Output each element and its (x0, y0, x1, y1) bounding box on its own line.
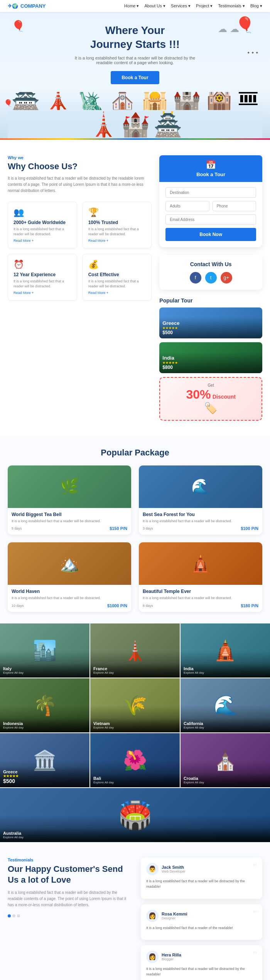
feature-card-3: 💰 Cost Effective It is a long establishe… (83, 254, 152, 301)
pkg-days-3: 8 days (143, 604, 153, 608)
gallery-label-greece: Greece (3, 769, 86, 774)
pkg-desc-2: It is a long established fact that a rea… (12, 596, 127, 601)
nav-blog[interactable]: Blog ▾ (250, 3, 262, 8)
feature-title-0: 2000+ Guide Worldwide (14, 220, 71, 225)
dot-1[interactable] (8, 914, 11, 917)
reviewer-name-0: Jack Smith (162, 865, 186, 870)
gallery-india[interactable]: 🛕 India Explore All day (181, 623, 270, 678)
popular-tour-title: Popular Tour (159, 297, 262, 304)
destination-input[interactable] (165, 187, 256, 198)
discount-number: 30% Discount (165, 387, 256, 402)
nav-services[interactable]: Services ▾ (171, 3, 191, 8)
gallery-california[interactable]: 🌊 California Explore All day (181, 678, 270, 732)
pkg-title-1: Best Sea Forest for You (143, 512, 258, 517)
feature-icon-2: ⏰ (14, 260, 71, 270)
review-text-1: It is a long established fact that a rea… (146, 925, 257, 931)
hero-cta-button[interactable]: Book a Tour (111, 71, 159, 84)
gallery-italy[interactable]: 🏙️ Italy Explore All day (0, 623, 89, 678)
feature-text-0: It is a long established fact that a rea… (14, 227, 71, 237)
read-more-0[interactable]: Read More + (14, 239, 71, 243)
testimonials-left: Testimonials Our Happy Customer's Send U… (8, 858, 129, 980)
pkg-title-0: World Biggest Tea Bell (12, 512, 127, 517)
pkg-desc-1: It is a long established fact that a rea… (143, 519, 258, 524)
birds-decoration: ✦ ✦ ✦ (247, 51, 258, 55)
pkg-price-3: $180 P/N (241, 603, 258, 608)
package-card-2[interactable]: 🏔️ World Haven It is a long established … (8, 542, 131, 612)
testimonials-title: Our Happy Customer's Send Us a lot of Lo… (8, 864, 129, 886)
googleplus-icon[interactable]: g+ (221, 272, 232, 284)
facebook-icon[interactable]: f (190, 272, 201, 284)
tour-price-india: $800 (162, 365, 259, 370)
packages-section: Popular Package 🌿 World Biggest Tea Bell… (0, 436, 270, 623)
twitter-icon[interactable]: t (205, 272, 217, 284)
testimonials-desc: It is a long established fact that a rea… (8, 890, 129, 908)
gallery-croatia[interactable]: ⛪ Croatia Explore All day (181, 733, 270, 787)
nav-about[interactable]: About Us ▾ (144, 3, 165, 8)
tour-card-greece[interactable]: Greece ★★★★★ $500 (159, 307, 262, 338)
gallery-australia[interactable]: 🏟️ Australia Explore All day (0, 788, 270, 842)
package-card-3[interactable]: 🛕 Beautiful Temple Ever It is a long est… (139, 542, 262, 612)
reviewer-name-1: Rosa Kemmi (162, 912, 187, 916)
gallery-label-indonesia: Indonesia (3, 721, 86, 726)
read-more-3[interactable]: Read More + (88, 291, 146, 295)
pkg-days-0: 5 days (12, 527, 22, 530)
adults-input[interactable] (165, 201, 209, 211)
feature-card-0: 👥 2000+ Guide Worldwide It is a long est… (8, 202, 77, 248)
nav-project[interactable]: Project ▾ (196, 3, 213, 8)
reviewer-avatar-0: 👨 (146, 863, 159, 875)
pkg-days-1: 3 days (143, 527, 153, 530)
contact-title: Contact With Us (165, 261, 256, 267)
gallery-france[interactable]: 🗼 France Explore All day (90, 623, 180, 678)
sidebar: 📅 Book a Tour Book Now Contact With Us f… (159, 155, 262, 421)
tour-price-greece: $500 (162, 330, 259, 335)
features-grid: 👥 2000+ Guide Worldwide It is a long est… (8, 202, 152, 301)
dot-3[interactable] (17, 914, 20, 917)
gallery-label-france: France (93, 666, 177, 671)
gallery-bali[interactable]: 🌺 Bali Explore All day (90, 733, 180, 787)
email-input[interactable] (165, 214, 256, 225)
pkg-title-2: World Haven (12, 589, 127, 594)
why-desc: It is a long established fact that a rea… (8, 175, 152, 194)
quote-icon-0: " (253, 861, 257, 874)
balloon-decoration-3: 🎈 (4, 99, 12, 107)
reviewer-name-2: Hera Rilla (162, 953, 181, 957)
discount-label: Discount (213, 394, 236, 400)
gallery-vietnam[interactable]: 🌾 Vietnam Explore All day (90, 678, 180, 732)
gallery-indonesia[interactable]: 🌴 Indonesia Explore All day (0, 678, 89, 732)
phone-input[interactable] (213, 201, 256, 211)
feature-title-2: 12 Year Experience (14, 272, 71, 277)
feature-icon-3: 💰 (88, 260, 146, 270)
review-text-0: It is a long established fact that a rea… (146, 878, 257, 890)
testimonials-section: Testimonials Our Happy Customer's Send U… (0, 842, 270, 980)
pkg-desc-3: It is a long established fact that a rea… (143, 596, 258, 601)
read-more-2[interactable]: Read More + (14, 291, 71, 295)
pkg-price-0: $150 P/N (110, 526, 127, 531)
packages-title: Popular Package (8, 448, 262, 458)
pkg-desc-0: It is a long established fact that a rea… (12, 519, 127, 524)
package-card-1[interactable]: 🌊 Best Sea Forest for You It is a long e… (139, 465, 262, 535)
nav-home[interactable]: Home ▾ (124, 3, 139, 8)
feature-card-2: ⏰ 12 Year Experience It is a long establ… (8, 254, 77, 301)
packages-grid: 🌿 World Biggest Tea Bell It is a long es… (8, 465, 262, 612)
nav-testimonials[interactable]: Testimonials ▾ (218, 3, 245, 8)
package-card-0[interactable]: 🌿 World Biggest Tea Bell It is a long es… (8, 465, 131, 535)
discount-banner: Get 30% Discount 🏷️ (159, 377, 262, 421)
gallery-greece[interactable]: 🏛️ Greece ★★★★★ $500 (0, 733, 89, 787)
hero-section: 🎈 🎈 🎈 ☁ ☁ ✦ ✦ ✦ Where Your Journey Start… (0, 12, 270, 138)
book-now-button[interactable]: Book Now (165, 228, 256, 241)
gallery-label-bali: Bali (93, 776, 177, 781)
quote-icon-2: " (253, 949, 257, 961)
review-text-2: It is a long established fact that a rea… (146, 966, 257, 977)
pkg-price-2: $1000 P/N (107, 603, 127, 608)
read-more-1[interactable]: Read More + (88, 239, 146, 243)
gallery-label-vietnam: Vietnam (93, 721, 177, 726)
brand-logo[interactable]: ✈🌍 COMPANY (8, 3, 46, 9)
dot-2[interactable] (12, 914, 15, 917)
gallery-label-italy: Italy (3, 666, 86, 671)
why-content: Why we Why Choose Us? It is a long estab… (8, 155, 152, 421)
gallery-label-australia: Australia (3, 831, 267, 836)
balloon-decoration-1: 🎈 (12, 20, 25, 32)
tour-card-india[interactable]: India ★★★★★ $800 (159, 342, 262, 373)
reviewer-role-0: Web Developer (162, 870, 186, 873)
booking-icon: 📅 (164, 160, 258, 170)
